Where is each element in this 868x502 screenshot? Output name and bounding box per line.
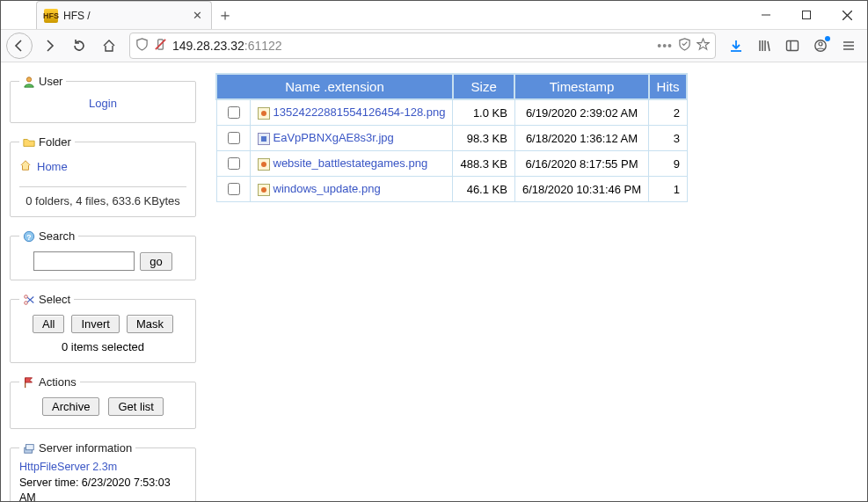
files-table: Name .extension Size Timestamp Hits 1352… xyxy=(215,73,688,202)
user-panel: User Login xyxy=(10,75,196,123)
file-link[interactable]: windows_update.png xyxy=(274,182,381,195)
nav-back-button[interactable] xyxy=(6,33,33,59)
search-go-button[interactable]: go xyxy=(140,252,171,271)
svg-line-2 xyxy=(156,40,165,49)
account-icon[interactable] xyxy=(807,33,834,59)
col-timestamp-header[interactable]: Timestamp xyxy=(514,74,648,99)
file-timestamp: 6/18/2020 10:31:46 PM xyxy=(514,177,648,202)
table-row: website_battlestategames.png488.3 KB6/16… xyxy=(216,151,687,177)
nav-forward-button[interactable] xyxy=(36,33,62,59)
folder-legend: Folder xyxy=(19,135,75,149)
hfs-sidebar: User Login Folder Home 0 folders, 4 file… xyxy=(1,62,205,502)
window-titlebar: HFS HFS / ✕ ＋ xyxy=(1,1,867,29)
folder-icon xyxy=(23,136,35,149)
svg-point-10 xyxy=(25,301,28,304)
getlist-button[interactable]: Get list xyxy=(108,397,163,416)
browser-toolbar: 149.28.23.32:61122 ••• xyxy=(1,29,867,62)
row-checkbox[interactable] xyxy=(228,132,240,144)
row-checkbox[interactable] xyxy=(228,106,240,119)
library-icon[interactable] xyxy=(751,33,777,59)
search-legend: ? Search xyxy=(19,229,78,243)
permissions-icon[interactable] xyxy=(154,38,167,54)
browser-tab[interactable]: HFS HFS / ✕ xyxy=(36,1,212,29)
login-link[interactable]: Login xyxy=(89,97,117,110)
app-menu-icon[interactable] xyxy=(835,33,862,59)
reader-shield-icon[interactable] xyxy=(678,38,691,54)
user-legend: User xyxy=(19,75,66,88)
row-checkbox[interactable] xyxy=(228,157,240,170)
downloads-icon[interactable] xyxy=(723,33,749,59)
file-size: 98.3 KB xyxy=(453,126,515,151)
file-timestamp: 6/19/2020 2:39:02 AM xyxy=(514,99,648,126)
file-icon xyxy=(258,158,270,171)
file-hits: 1 xyxy=(649,177,688,202)
nav-reload-button[interactable] xyxy=(66,33,92,59)
select-legend: Select xyxy=(19,293,74,306)
window-minimize-button[interactable] xyxy=(746,1,786,29)
file-listing: Name .extension Size Timestamp Hits 1352… xyxy=(205,62,867,502)
flag-icon xyxy=(23,376,35,389)
file-hits: 2 xyxy=(649,99,688,126)
row-checkbox[interactable] xyxy=(228,183,240,195)
select-all-button[interactable]: All xyxy=(33,315,64,333)
window-controls xyxy=(746,1,867,29)
file-icon xyxy=(258,184,270,196)
window-maximize-button[interactable] xyxy=(786,1,827,29)
table-row: 13524222881554126454-128.png1.0 KB6/19/2… xyxy=(216,99,687,126)
file-icon xyxy=(258,107,270,120)
file-size: 1.0 KB xyxy=(453,99,515,126)
separator xyxy=(19,186,186,187)
svg-rect-13 xyxy=(26,444,34,449)
server-icon xyxy=(23,442,35,455)
select-status: 0 items selected xyxy=(19,340,186,353)
file-timestamp: 6/18/2020 1:36:12 AM xyxy=(514,126,648,151)
select-invert-button[interactable]: Invert xyxy=(71,315,120,333)
home-icon xyxy=(19,159,32,174)
archive-button[interactable]: Archive xyxy=(42,397,99,416)
search-input[interactable] xyxy=(33,251,135,271)
svg-point-7 xyxy=(26,76,31,81)
user-icon xyxy=(23,76,35,88)
file-icon xyxy=(258,133,270,145)
file-link[interactable]: website_battlestategames.png xyxy=(274,156,428,170)
select-mask-button[interactable]: Mask xyxy=(127,315,173,333)
folder-stats: 0 folders, 4 files, 633.6 KBytes xyxy=(19,193,186,207)
file-link[interactable]: 13524222881554126454-128.png xyxy=(274,105,446,119)
folder-panel: Folder Home 0 folders, 4 files, 633.6 KB… xyxy=(10,135,196,217)
serverinfo-legend: Server information xyxy=(19,441,135,455)
account-notification-dot-icon xyxy=(825,36,830,41)
svg-text:?: ? xyxy=(26,232,31,241)
hfs-favicon-icon: HFS xyxy=(44,9,58,23)
bookmark-star-icon[interactable] xyxy=(697,38,710,54)
page-actions-icon[interactable]: ••• xyxy=(657,39,673,53)
server-time: Server time: 6/23/2020 7:53:03 AM xyxy=(19,477,171,503)
tab-title: HFS / xyxy=(63,10,185,22)
home-link[interactable]: Home xyxy=(37,160,68,173)
col-size-header[interactable]: Size xyxy=(453,74,515,99)
tab-close-icon[interactable]: ✕ xyxy=(190,9,204,23)
file-timestamp: 6/16/2020 8:17:55 PM xyxy=(514,151,648,177)
address-bar[interactable]: 149.28.23.32:61122 ••• xyxy=(129,33,716,59)
file-size: 488.3 KB xyxy=(453,151,515,177)
url-text: 149.28.23.32:61122 xyxy=(172,39,652,53)
help-icon: ? xyxy=(23,230,35,243)
col-name-header[interactable]: Name .extension xyxy=(216,74,453,99)
col-hits-header[interactable]: Hits xyxy=(649,74,688,99)
sidebar-toggle-icon[interactable] xyxy=(779,33,806,59)
window-close-button[interactable] xyxy=(827,1,867,29)
file-link[interactable]: EaVpPBNXgAE8s3r.jpg xyxy=(274,131,394,144)
actions-panel: Actions Archive Get list xyxy=(10,375,196,429)
toolbar-right xyxy=(723,33,862,59)
actions-legend: Actions xyxy=(19,375,80,389)
nav-home-button[interactable] xyxy=(96,33,122,59)
svg-point-11 xyxy=(25,295,28,298)
select-panel: Select All Invert Mask 0 items selected xyxy=(10,293,196,363)
serverinfo-panel: Server information HttpFileServer 2.3m S… xyxy=(10,441,196,502)
serverinfo-version-link[interactable]: HttpFileServer 2.3m xyxy=(19,461,117,473)
table-row: windows_update.png46.1 KB6/18/2020 10:31… xyxy=(216,177,687,202)
file-size: 46.1 KB xyxy=(453,177,515,202)
new-tab-button[interactable]: ＋ xyxy=(212,1,238,29)
search-panel: ? Search go xyxy=(10,229,196,280)
page-content: User Login Folder Home 0 folders, 4 file… xyxy=(1,62,867,502)
tracking-shield-icon[interactable] xyxy=(135,38,149,54)
